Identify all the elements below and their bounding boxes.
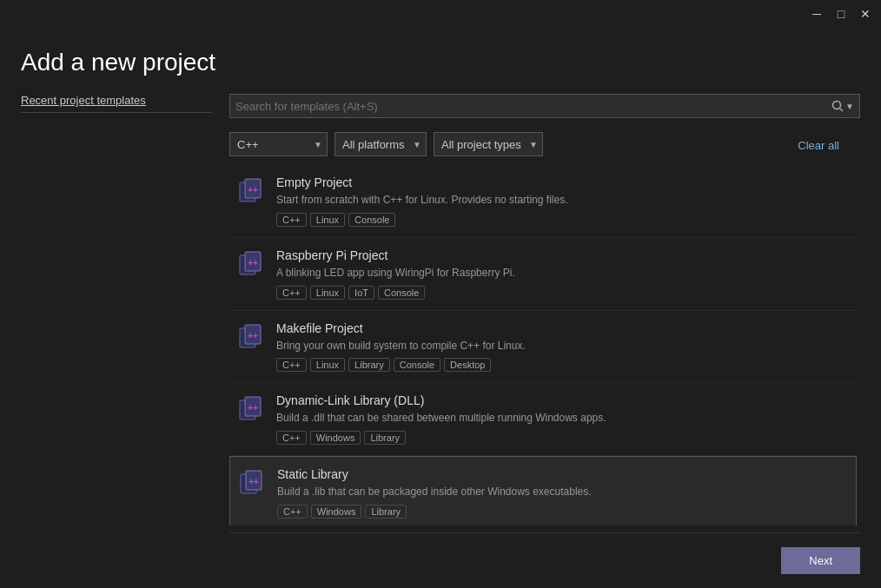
search-button[interactable]: ▼	[831, 100, 854, 112]
tag-windows: Windows	[311, 505, 362, 519]
search-input[interactable]	[235, 100, 831, 113]
template-name-static-library: Static Library	[277, 467, 849, 481]
tag-linux: Linux	[310, 286, 345, 300]
close-button[interactable]: ✕	[857, 5, 874, 23]
right-panel: ▼ Clear all C++ All languages C C# Pytho…	[229, 94, 860, 588]
templates-list: ++ Empty Project Start from scratch with…	[229, 165, 860, 525]
dropdown-arrow-search: ▼	[845, 102, 854, 111]
template-desc-empty-project: Start from scratch with C++ for Linux. P…	[276, 193, 850, 208]
tag-console: Console	[394, 358, 440, 372]
tag-cpp: C++	[276, 213, 307, 227]
tag-linux: Linux	[310, 358, 345, 372]
template-name-dll: Dynamic-Link Library (DLL)	[276, 393, 850, 407]
tag-linux: Linux	[310, 213, 345, 227]
template-item-static-library[interactable]: ++ Static Library Build a .lib that can …	[229, 456, 857, 525]
tags-row-raspberry-pi: C++ Linux IoT Console	[276, 286, 850, 300]
svg-text:++: ++	[248, 185, 258, 195]
template-desc-makefile: Bring your own build system to compile C…	[276, 339, 850, 353]
template-info-raspberry-pi: Raspberry Pi Project A blinking LED app …	[276, 248, 850, 300]
tags-row-static-library: C++ Windows Library	[277, 505, 849, 519]
template-desc-static-library: Build a .lib that can be packaged inside…	[277, 485, 849, 499]
minimize-button[interactable]: ─	[808, 5, 825, 23]
tag-library: Library	[348, 358, 390, 372]
platform-dropdown-wrapper: All platforms Windows Linux macOS Androi…	[335, 132, 427, 156]
maximize-button[interactable]: □	[832, 5, 850, 23]
template-icon-static-library: ++	[237, 467, 268, 499]
maximize-icon: □	[838, 7, 845, 21]
tag-windows: Windows	[310, 431, 361, 445]
template-info-static-library: Static Library Build a .lib that can be …	[277, 467, 849, 519]
template-name-empty-project: Empty Project	[276, 175, 850, 189]
template-item-dll[interactable]: ++ Dynamic-Link Library (DLL) Build a .d…	[229, 383, 857, 456]
recent-templates-label[interactable]: Recent project templates	[21, 94, 212, 113]
template-icon-makefile: ++	[236, 321, 268, 353]
tag-console: Console	[378, 286, 425, 300]
page-title: Add a new project	[21, 49, 860, 76]
template-icon-raspberry-pi: ++	[236, 248, 268, 280]
svg-text:++: ++	[248, 403, 258, 413]
search-icon	[831, 100, 844, 112]
clear-all-button[interactable]: Clear all	[798, 139, 839, 152]
svg-line-1	[840, 109, 844, 112]
search-container: ▼	[229, 94, 860, 118]
tag-iot: IoT	[348, 286, 374, 300]
template-name-makefile: Makefile Project	[276, 321, 850, 335]
tags-row-empty-project: C++ Linux Console	[276, 213, 850, 227]
svg-text:++: ++	[248, 477, 259, 486]
filters-row: ▼	[229, 94, 860, 118]
project-type-dropdown[interactable]: All project types Console Library Deskto…	[434, 132, 543, 156]
next-button[interactable]: Next	[781, 547, 860, 574]
minimize-icon: ─	[812, 7, 821, 21]
template-desc-raspberry-pi: A blinking LED app using WiringPi for Ra…	[276, 266, 850, 281]
template-item-empty-project[interactable]: ++ Empty Project Start from scratch with…	[229, 165, 857, 238]
tag-cpp: C++	[276, 431, 307, 445]
template-desc-dll: Build a .dll that can be shared between …	[276, 411, 850, 426]
language-dropdown-wrapper: C++ All languages C C# Python ▼	[229, 132, 328, 156]
template-name-raspberry-pi: Raspberry Pi Project	[276, 248, 850, 262]
project-type-dropdown-wrapper: All project types Console Library Deskto…	[434, 132, 543, 156]
tags-row-makefile: C++ Linux Library Console Desktop	[276, 358, 850, 372]
content-area: Recent project templates ▼	[21, 94, 860, 588]
template-info-dll: Dynamic-Link Library (DLL) Build a .dll …	[276, 393, 850, 445]
bottom-bar: Next	[229, 532, 860, 588]
tag-library: Library	[364, 431, 406, 445]
svg-point-0	[833, 102, 841, 109]
tag-console: Console	[348, 213, 395, 227]
svg-text:++: ++	[248, 258, 258, 268]
left-panel: Recent project templates	[21, 94, 212, 588]
tag-library: Library	[365, 505, 407, 519]
template-info-empty-project: Empty Project Start from scratch with C+…	[276, 175, 850, 227]
tag-cpp: C++	[276, 286, 307, 300]
tags-row-dll: C++ Windows Library	[276, 431, 850, 445]
tag-cpp: C++	[277, 505, 308, 519]
template-item-raspberry-pi[interactable]: ++ Raspberry Pi Project A blinking LED a…	[229, 238, 857, 311]
main-layout: Add a new project Recent project templat…	[0, 28, 881, 588]
close-icon: ✕	[860, 7, 871, 21]
svg-text:++: ++	[248, 331, 258, 340]
language-dropdown[interactable]: C++ All languages C C# Python	[229, 132, 328, 156]
dropdowns-row: C++ All languages C C# Python ▼ All plat…	[229, 132, 860, 156]
tag-cpp: C++	[276, 358, 307, 372]
template-icon-dll: ++	[236, 393, 268, 425]
template-item-makefile[interactable]: ++ Makefile Project Bring your own build…	[229, 311, 857, 384]
title-bar: ─ □ ✕	[0, 0, 881, 28]
template-icon-empty-project: ++	[236, 175, 268, 207]
tag-desktop: Desktop	[444, 358, 491, 372]
template-info-makefile: Makefile Project Bring your own build sy…	[276, 321, 850, 373]
platform-dropdown[interactable]: All platforms Windows Linux macOS Androi…	[335, 132, 427, 156]
